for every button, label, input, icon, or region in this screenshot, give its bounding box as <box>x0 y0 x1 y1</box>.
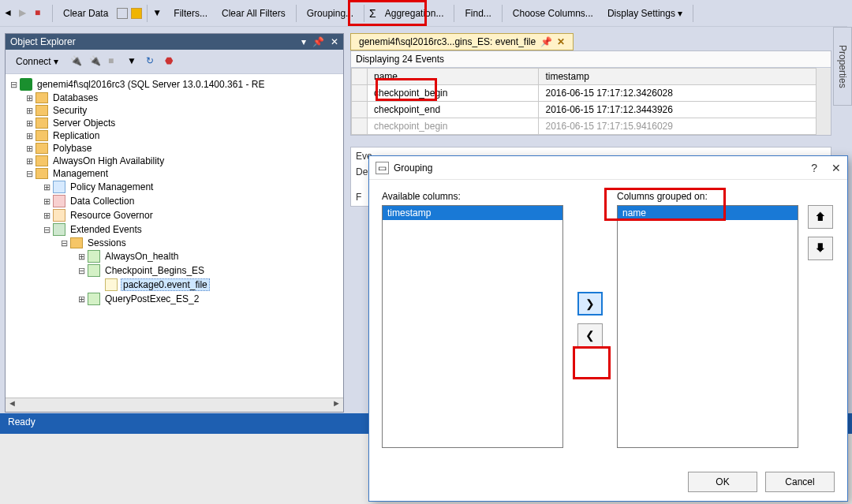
folder-icon <box>36 92 48 103</box>
tree-node[interactable]: Databases <box>51 92 99 103</box>
sigma-icon: Σ <box>369 7 376 20</box>
horizontal-scrollbar[interactable] <box>6 398 343 412</box>
stop2-icon[interactable]: ■ <box>108 55 121 68</box>
clear-all-filters-button[interactable]: Clear All Filters <box>216 5 291 22</box>
tree-node[interactable]: QueryPostExec_ES_2 <box>103 293 200 304</box>
col-timestamp[interactable]: timestamp <box>539 69 816 85</box>
filters-button[interactable]: Filters... <box>168 5 213 22</box>
col-name[interactable]: name <box>368 69 539 85</box>
properties-tab[interactable]: Properties <box>833 27 852 106</box>
tree-node[interactable]: Replication <box>51 130 101 141</box>
stop-red-icon[interactable]: ⬣ <box>165 55 178 68</box>
table-row[interactable]: checkpoint_begin2016-06-15 17:17:12.3426… <box>352 85 816 102</box>
connect-button[interactable]: Connect ▾ <box>10 53 64 70</box>
list-item[interactable]: name <box>618 206 798 220</box>
session-icon <box>88 264 100 277</box>
table-row[interactable]: checkpoint_begin2016-06-15 17:17:15.9416… <box>352 118 816 135</box>
tree-node[interactable]: Sessions <box>86 237 128 248</box>
clear-data-button[interactable]: Clear Data <box>58 5 114 22</box>
tree-node[interactable]: Checkpoint_Begins_ES <box>103 265 206 276</box>
collapse-icon[interactable]: ⊟ <box>77 266 86 276</box>
move-right-button[interactable]: ❯ <box>577 292 603 315</box>
cell: 2016-06-15 17:17:12.3443926 <box>539 102 816 118</box>
table-row[interactable]: checkpoint_end2016-06-15 17:17:12.344392… <box>352 102 816 118</box>
tree-node[interactable]: AlwaysOn High Availability <box>51 155 166 166</box>
collapse-icon[interactable]: ⊟ <box>9 80 18 90</box>
display-settings-button[interactable]: Display Settings ▾ <box>602 5 688 22</box>
dialog-titlebar[interactable]: ▭ Grouping ? ✕ <box>369 156 847 180</box>
expand-icon[interactable]: ⊞ <box>24 156 34 166</box>
cell: 2016-06-15 17:17:12.3426028 <box>539 85 816 102</box>
panel-controls[interactable]: ▾📌✕ <box>301 36 338 47</box>
refresh-icon[interactable]: ↻ <box>146 55 159 68</box>
expand-icon[interactable]: ⊞ <box>42 211 51 221</box>
nav-back-icon[interactable]: ◄ <box>3 7 16 20</box>
policy-icon <box>53 181 65 193</box>
expand-icon[interactable]: ⊞ <box>42 182 51 192</box>
collapse-icon[interactable]: ⊟ <box>42 225 51 235</box>
available-column: Available columns: timestamp <box>382 191 563 448</box>
close-tab-icon[interactable]: ✕ <box>557 36 565 47</box>
dialog-footer: OK Cancel <box>369 463 847 501</box>
object-tree[interactable]: ⊟genemi4f\sql2016rc3 (SQL Server 13.0.14… <box>6 74 343 398</box>
document-tab[interactable]: genemi4f\sql2016rc3...gins_ES: event_fil… <box>350 33 574 50</box>
grouping-button[interactable]: Grouping... <box>301 5 359 22</box>
tree-node-selected[interactable]: package0.event_file <box>121 278 210 291</box>
nav-fwd-icon[interactable]: ▶ <box>19 7 32 20</box>
document-tabs: genemi4f\sql2016rc3...gins_ES: event_fil… <box>350 33 831 50</box>
tree-node[interactable]: Resource Governor <box>69 210 155 221</box>
pin-icon[interactable]: 📌 <box>312 36 324 47</box>
events-table[interactable]: name timestamp checkpoint_begin2016-06-1… <box>351 68 816 135</box>
expand-icon[interactable]: ⊞ <box>24 93 34 103</box>
tree-node[interactable]: Management <box>51 168 110 179</box>
folder-icon <box>36 168 48 179</box>
move-down-button[interactable]: 🡇 <box>808 237 833 260</box>
filter-icon[interactable]: ▼ <box>127 55 140 68</box>
expand-icon[interactable]: ⊞ <box>24 144 34 154</box>
tree-node[interactable]: Server Objects <box>51 118 117 129</box>
expand-icon[interactable]: ⊞ <box>24 131 34 141</box>
grouped-label: Columns grouped on: <box>617 191 798 202</box>
tree-node[interactable]: Data Collection <box>69 196 136 207</box>
close-icon[interactable]: ✕ <box>331 36 338 47</box>
aggregation-button[interactable]: Aggregation... <box>379 5 450 22</box>
object-explorer-title: Object Explorer <box>10 36 76 47</box>
connect-icon[interactable]: 🔌 <box>70 55 83 68</box>
tree-node[interactable]: Policy Management <box>69 181 155 192</box>
collapse-icon[interactable]: ⊟ <box>24 169 34 179</box>
expand-icon[interactable]: ⊞ <box>24 106 34 116</box>
cancel-button[interactable]: Cancel <box>765 472 835 492</box>
grid-icon[interactable] <box>117 8 128 19</box>
grid-icon-active[interactable] <box>131 8 142 19</box>
object-explorer-title-bar: Object Explorer ▾📌✕ <box>6 34 343 50</box>
move-up-button[interactable]: 🡅 <box>808 205 833 229</box>
grouped-listbox[interactable]: name <box>617 205 798 448</box>
vertical-scrollbar[interactable] <box>816 68 831 135</box>
available-listbox[interactable]: timestamp <box>382 205 563 448</box>
expand-icon[interactable]: ⊞ <box>24 118 34 129</box>
help-icon[interactable]: ? <box>811 162 817 174</box>
expand-icon[interactable]: ⊞ <box>77 294 86 304</box>
dropdown-icon[interactable]: ▾ <box>301 36 306 47</box>
tree-node[interactable]: Extended Events <box>69 224 144 235</box>
status-text: Ready <box>8 416 36 427</box>
tree-node[interactable]: AlwaysOn_health <box>103 251 180 262</box>
tree-node[interactable]: Polybase <box>51 143 93 154</box>
choose-columns-button[interactable]: Choose Columns... <box>507 5 599 22</box>
collapse-icon[interactable]: ⊟ <box>59 238 69 248</box>
move-buttons: ❯ ❮ <box>571 191 609 448</box>
pin-icon[interactable]: 📌 <box>540 36 552 47</box>
move-left-button[interactable]: ❮ <box>577 323 603 347</box>
list-item[interactable]: timestamp <box>383 206 562 220</box>
disconnect-icon[interactable]: 🔌 <box>89 55 102 68</box>
ok-button[interactable]: OK <box>688 472 757 492</box>
dialog-icon: ▭ <box>376 162 389 174</box>
expand-icon[interactable]: ⊞ <box>77 252 86 262</box>
grouping-dialog: ▭ Grouping ? ✕ Available columns: timest… <box>368 155 848 502</box>
tree-root[interactable]: genemi4f\sql2016rc3 (SQL Server 13.0.140… <box>36 79 266 90</box>
find-button[interactable]: Find... <box>459 5 496 22</box>
tree-node[interactable]: Security <box>51 105 88 116</box>
close-icon[interactable]: ✕ <box>831 162 841 174</box>
expand-icon[interactable]: ⊞ <box>42 196 51 207</box>
stop-icon[interactable]: ■ <box>35 7 47 20</box>
